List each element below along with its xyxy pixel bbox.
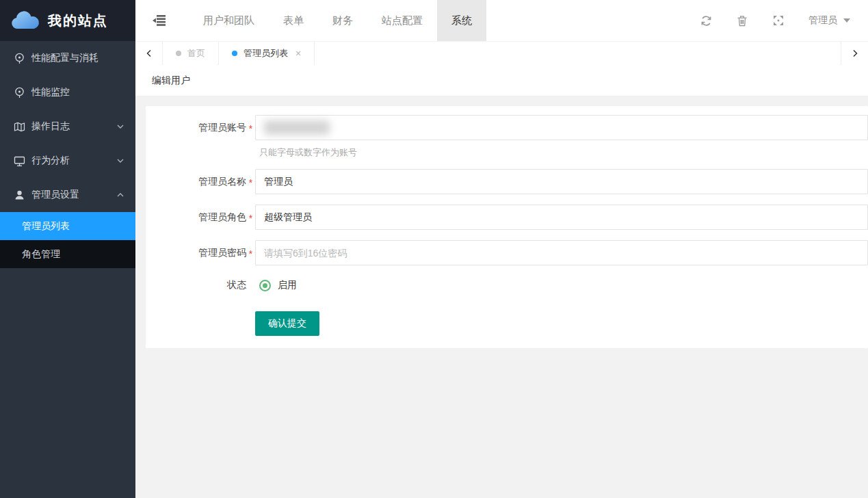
topnav-label: 站点配置 bbox=[382, 14, 423, 27]
field-label: 管理员名称 * bbox=[146, 169, 255, 194]
field-label: 管理员角色 * bbox=[146, 205, 255, 230]
tab-status-dot bbox=[176, 51, 181, 56]
sidebar-item-role-management[interactable]: 角色管理 bbox=[0, 240, 135, 268]
username-label: 管理员 bbox=[808, 14, 837, 27]
admin-account-input[interactable] bbox=[255, 115, 868, 140]
required-marker: * bbox=[246, 211, 255, 224]
label-text: 管理员角色 bbox=[198, 211, 246, 224]
main-area: 用户和团队 表单 财务 站点配置 系统 bbox=[135, 0, 868, 498]
site-title: 我的站点 bbox=[48, 12, 108, 30]
required-marker: * bbox=[246, 121, 255, 134]
label-text: 管理员账号 bbox=[198, 122, 246, 134]
topnav-label: 表单 bbox=[283, 14, 304, 27]
sidebar-item-behavior-analysis[interactable]: 行为分析 bbox=[0, 144, 135, 178]
form-item-name: 管理员名称 * bbox=[146, 169, 868, 194]
app-window: 我的站点 性能配置与消耗 性能监控 bbox=[0, 0, 868, 498]
top-navigation: 用户和团队 表单 财务 站点配置 系统 bbox=[189, 0, 486, 41]
admin-name-input[interactable] bbox=[255, 169, 868, 194]
form-item-status: 状态 * 启用 bbox=[146, 276, 868, 295]
sidebar-item-label: 性能配置与消耗 bbox=[31, 52, 98, 64]
radio-circle-icon bbox=[259, 280, 271, 291]
tab-label: 管理员列表 bbox=[244, 47, 288, 60]
sidebar-item-performance-monitor[interactable]: 性能监控 bbox=[0, 75, 135, 109]
form-item-role: 管理员角色 * bbox=[146, 205, 868, 230]
sidebar-item-admin-settings[interactable]: 管理员设置 bbox=[0, 178, 135, 212]
topnav-label: 系统 bbox=[451, 14, 472, 27]
broadcast-icon bbox=[14, 87, 25, 99]
chevron-up-icon bbox=[116, 191, 124, 199]
broadcast-icon bbox=[14, 53, 25, 64]
radio-dot bbox=[263, 283, 267, 288]
topnav-item-system[interactable]: 系统 bbox=[437, 0, 486, 41]
field-column: 只能字母或数字作为账号 bbox=[255, 115, 868, 159]
user-dropdown[interactable]: 管理员 bbox=[808, 14, 850, 27]
sidebar-item-admin-list[interactable]: 管理员列表 bbox=[0, 212, 135, 240]
tab-status-dot bbox=[232, 51, 237, 56]
monitor-icon bbox=[14, 155, 25, 167]
tabs-scroll-right-button[interactable] bbox=[841, 42, 868, 65]
label-text: 管理员名称 bbox=[198, 176, 246, 188]
tab-admin-list[interactable]: 管理员列表 × bbox=[219, 42, 315, 65]
form-item-password: 管理员密码 * bbox=[146, 240, 868, 265]
field-column bbox=[255, 240, 868, 265]
sidebar-item-label: 性能监控 bbox=[31, 86, 70, 99]
topnav-item-site-config[interactable]: 站点配置 bbox=[367, 0, 437, 41]
account-input-wrap bbox=[255, 115, 868, 140]
label-text: 管理员密码 bbox=[198, 247, 246, 259]
fullscreen-icon[interactable] bbox=[772, 14, 785, 27]
logo: 我的站点 bbox=[0, 0, 135, 41]
submenu-item-label: 角色管理 bbox=[22, 248, 60, 261]
sidebar-item-performance-config[interactable]: 性能配置与消耗 bbox=[0, 41, 135, 75]
sidebar-menu: 性能配置与消耗 性能监控 操作日志 bbox=[0, 41, 135, 498]
form-item-submit: 确认提交 bbox=[146, 311, 868, 336]
chevron-down-icon bbox=[116, 122, 124, 131]
admin-role-input[interactable] bbox=[255, 205, 868, 230]
topnav-label: 财务 bbox=[332, 14, 353, 27]
admin-settings-submenu: 管理员列表 角色管理 bbox=[0, 212, 135, 268]
cloud-logo-icon bbox=[10, 10, 41, 31]
content-area: 管理员账号 * 只能字母或数字作为账号 管理员名称 bbox=[135, 96, 868, 498]
field-column: 启用 bbox=[255, 279, 868, 291]
sidebar-item-label: 行为分析 bbox=[31, 155, 70, 167]
sidebar-item-label: 管理员设置 bbox=[31, 189, 79, 201]
admin-password-input[interactable] bbox=[255, 240, 868, 265]
topbar-actions: 管理员 bbox=[700, 14, 868, 27]
tab-home[interactable]: 首页 bbox=[163, 42, 219, 65]
field-label: 管理员账号 * bbox=[146, 115, 255, 140]
status-enabled-radio[interactable]: 启用 bbox=[255, 279, 868, 291]
caret-down-icon bbox=[843, 18, 850, 23]
sidebar-item-operation-log[interactable]: 操作日志 bbox=[0, 109, 135, 144]
submit-button[interactable]: 确认提交 bbox=[255, 311, 319, 336]
field-label: 状态 * bbox=[146, 276, 255, 295]
account-help-text: 只能字母或数字作为账号 bbox=[259, 146, 868, 159]
edit-user-form-card: 管理员账号 * 只能字母或数字作为账号 管理员名称 bbox=[146, 106, 868, 348]
field-label: 管理员密码 * bbox=[146, 240, 255, 265]
tabs-scroll-left-button[interactable] bbox=[135, 42, 163, 65]
trash-icon[interactable] bbox=[736, 14, 748, 27]
topnav-label: 用户和团队 bbox=[203, 14, 254, 27]
tab-label: 首页 bbox=[187, 47, 205, 60]
required-marker: * bbox=[246, 175, 255, 188]
radio-label: 启用 bbox=[278, 279, 297, 291]
topnav-item-forms[interactable]: 表单 bbox=[269, 0, 318, 41]
field-column bbox=[255, 169, 868, 194]
page-header: 编辑用户 bbox=[135, 65, 868, 96]
chevron-down-icon bbox=[116, 157, 124, 165]
tabbar: 首页 管理员列表 × bbox=[135, 41, 868, 65]
topnav-item-users-teams[interactable]: 用户和团队 bbox=[189, 0, 269, 41]
topbar: 用户和团队 表单 财务 站点配置 系统 bbox=[135, 0, 868, 41]
menu-fold-icon[interactable] bbox=[152, 13, 167, 28]
user-icon bbox=[14, 189, 25, 201]
label-text: 状态 bbox=[227, 279, 246, 291]
form-item-account: 管理员账号 * 只能字母或数字作为账号 bbox=[146, 115, 868, 159]
sidebar: 我的站点 性能配置与消耗 性能监控 bbox=[0, 0, 135, 498]
submenu-item-label: 管理员列表 bbox=[22, 220, 70, 233]
field-column bbox=[255, 205, 868, 230]
page-title: 编辑用户 bbox=[152, 75, 190, 87]
topnav-item-finance[interactable]: 财务 bbox=[318, 0, 367, 41]
tab-close-icon[interactable]: × bbox=[295, 49, 301, 58]
refresh-icon[interactable] bbox=[700, 14, 712, 27]
required-marker: * bbox=[246, 246, 255, 259]
sidebar-item-label: 操作日志 bbox=[31, 120, 70, 133]
book-icon bbox=[14, 121, 25, 133]
